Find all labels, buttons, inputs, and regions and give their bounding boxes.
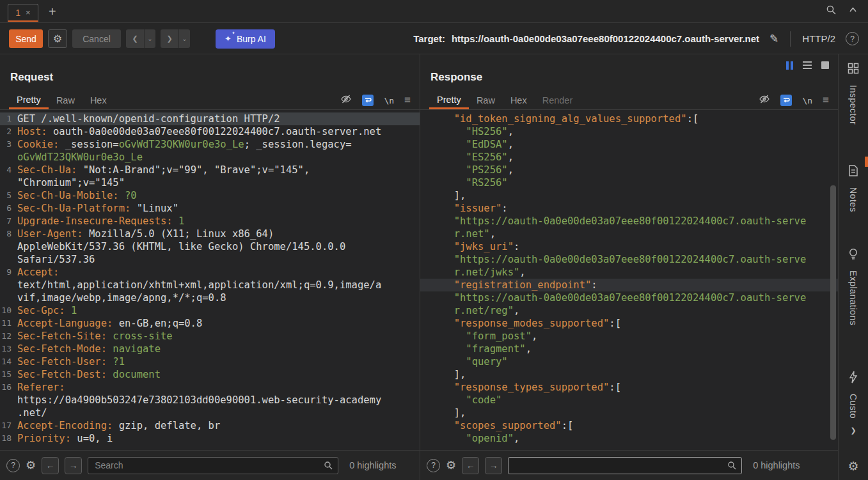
request-code-row[interactable]: text/html,application/xhtml+xml,applicat… (0, 279, 420, 291)
request-code-row[interactable]: 7Upgrade-Insecure-Requests: 1 (0, 215, 420, 228)
response-code-row[interactable]: "scopes_supported":[ (420, 419, 838, 432)
request-code-row[interactable]: 10Sec-Gpc: 1 (0, 304, 420, 317)
response-code-row[interactable]: "query" (420, 355, 838, 368)
response-code-row[interactable]: "https://oauth-0a0e00de03a07eee80f001220… (420, 291, 838, 304)
request-code-row[interactable]: 13Sec-Fetch-Mode: navigate (0, 343, 420, 355)
newline-toggle-icon[interactable]: \n (802, 96, 812, 105)
response-tab-render[interactable]: Render (535, 91, 581, 109)
repeater-tab-1[interactable]: 1 × (8, 4, 38, 22)
response-code-row[interactable]: "PS256", (420, 164, 838, 176)
response-code-row[interactable]: "EdDSA", (420, 138, 838, 151)
response-scrollbar-thumb[interactable] (830, 185, 836, 440)
previous-match-button[interactable]: ← (462, 457, 479, 474)
request-code-row[interactable]: 15Sec-Fetch-Dest: document (0, 368, 420, 381)
response-code-row[interactable]: "response_modes_supported":[ (420, 317, 838, 330)
request-code-row[interactable]: 8User-Agent: Mozilla/5.0 (X11; Linux x86… (0, 228, 420, 240)
burp-ai-button[interactable]: ✦✦ Burp AI (216, 29, 275, 49)
collapse-toolbar-icon[interactable] (848, 5, 858, 17)
request-code-row[interactable]: 16Referer: (0, 381, 420, 394)
search-settings-icon[interactable]: ⚙ (446, 458, 456, 472)
request-code-row[interactable]: 3Cookie: _session=oGvWdT23QKW0ur0e3o_Le;… (0, 138, 420, 151)
hide-nonprinting-icon[interactable] (340, 93, 352, 107)
close-tab-icon[interactable]: × (26, 8, 31, 17)
request-code-row[interactable]: .net/ (0, 406, 420, 419)
search-icon[interactable] (826, 4, 837, 18)
search-help-icon[interactable]: ? (427, 459, 440, 472)
response-code-row[interactable]: "RS256" (420, 176, 838, 189)
response-code-row[interactable]: "HS256", (420, 125, 838, 138)
new-tab-button[interactable]: + (49, 5, 56, 18)
request-tab-pretty[interactable]: Pretty (9, 91, 49, 109)
request-tab-raw[interactable]: Raw (49, 91, 83, 109)
search-settings-icon[interactable]: ⚙ (26, 458, 36, 472)
response-code-row[interactable]: ], (420, 368, 838, 381)
sidebar-item-explanations[interactable]: Explanations (839, 247, 868, 325)
edit-target-icon[interactable]: ✎ (769, 32, 778, 45)
request-editor[interactable]: 1GET /.well-known/openid-configuration H… (0, 111, 420, 450)
response-code-row[interactable]: "response_types_supported":[ (420, 381, 838, 394)
request-code-row[interactable]: 4Sec-Ch-Ua: "Not:A-Brand";v="99", "Brave… (0, 164, 420, 176)
response-code-row[interactable]: r.net/jwks", (420, 266, 838, 279)
response-editor[interactable]: "id_token_signing_alg_values_supported":… (420, 111, 838, 450)
request-code-row[interactable]: 9Accept: (0, 266, 420, 279)
next-match-button[interactable]: → (65, 457, 82, 474)
request-code-row[interactable]: 6Sec-Ch-Ua-Platform: "Linux" (0, 202, 420, 215)
request-code-row[interactable]: 11Accept-Language: en-GB,en;q=0.8 (0, 317, 420, 330)
sidebar-item-notes[interactable]: Notes (839, 164, 868, 212)
response-tab-pretty[interactable]: Pretty (429, 91, 469, 109)
response-code-row[interactable]: r.net", (420, 228, 838, 240)
response-code-row[interactable]: "openid", (420, 432, 838, 445)
response-code-row[interactable]: "fragment", (420, 343, 838, 355)
response-code-row[interactable]: "https://oauth-0a0e00de03a07eee80f001220… (420, 215, 838, 228)
response-tab-hex[interactable]: Hex (503, 91, 535, 109)
editor-menu-icon[interactable]: ≡ (404, 94, 411, 107)
rail-settings-button[interactable]: ⚙ (839, 459, 868, 474)
response-code-row[interactable]: "code" (420, 394, 838, 406)
response-code-row[interactable]: "id_token_signing_alg_values_supported":… (420, 112, 838, 125)
response-code-row[interactable]: "https://oauth-0a0e00de03a07eee80f001220… (420, 253, 838, 266)
send-settings-button[interactable]: ⚙ (48, 29, 67, 48)
request-search-input[interactable] (88, 457, 338, 474)
cancel-button[interactable]: Cancel (72, 29, 121, 48)
request-code-row[interactable]: https://0a4900b503247e73802103dd00e90001… (0, 394, 420, 406)
wrap-lines-toggle-icon[interactable] (780, 95, 792, 106)
stop-icon[interactable] (821, 61, 829, 69)
request-code-row[interactable]: 1GET /.well-known/openid-configuration H… (0, 112, 420, 125)
send-button[interactable]: Send (9, 29, 43, 48)
request-code-row[interactable]: 12Sec-Fetch-Site: cross-site (0, 330, 420, 343)
previous-match-button[interactable]: ← (42, 457, 59, 474)
response-search-input[interactable] (508, 457, 742, 474)
response-code-row[interactable]: "ES256", (420, 151, 838, 164)
request-code-row[interactable]: Safari/537.36 (0, 253, 420, 266)
search-help-icon[interactable]: ? (6, 459, 20, 472)
sidebar-item-inspector[interactable]: Inspector (839, 62, 868, 125)
sidebar-item-custom-actions[interactable]: Custo ❯ (839, 371, 868, 435)
response-code-row[interactable]: "form_post", (420, 330, 838, 343)
hide-nonprinting-icon[interactable] (759, 93, 770, 107)
request-code-row[interactable]: vif,image/webp,image/apng,*/*;q=0.8 (0, 291, 420, 304)
previous-request-dropdown[interactable]: ⌄ (145, 29, 155, 48)
request-code-row[interactable]: 14Sec-Fetch-User: ?1 (0, 355, 420, 368)
editor-menu-icon[interactable]: ≡ (823, 94, 829, 107)
response-code-row[interactable]: "issuer": (420, 202, 838, 215)
response-code-row[interactable]: "registration_endpoint": (420, 279, 838, 291)
request-code-row[interactable]: 2Host: oauth-0a0e00de03a07eee80f00122024… (0, 125, 420, 138)
newline-toggle-icon[interactable]: \n (384, 96, 394, 105)
help-icon[interactable]: ? (846, 32, 859, 45)
request-code-row[interactable]: AppleWebKit/537.36 (KHTML, like Gecko) C… (0, 240, 420, 253)
previous-request-button[interactable]: ❮ (126, 29, 145, 48)
response-code-row[interactable]: "jwks_uri": (420, 240, 838, 253)
request-code-row[interactable]: 5Sec-Ch-Ua-Mobile: ?0 (0, 189, 420, 202)
response-code-row[interactable]: r.net/reg", (420, 304, 838, 317)
request-code-row[interactable]: 18Priority: u=0, i (0, 432, 420, 445)
response-code-row[interactable]: ], (420, 189, 838, 202)
next-request-button[interactable]: ❯ (161, 29, 179, 48)
request-code-row[interactable]: oGvWdT23QKW0ur0e3o_Le (0, 151, 420, 164)
request-code-row[interactable]: "Chromium";v="145" (0, 176, 420, 189)
response-tab-raw[interactable]: Raw (469, 91, 503, 109)
stream-list-icon[interactable] (803, 59, 812, 71)
response-code-row[interactable]: ], (420, 406, 838, 419)
next-match-button[interactable]: → (485, 457, 502, 474)
request-tab-hex[interactable]: Hex (83, 91, 114, 109)
pause-updates-icon[interactable] (786, 61, 793, 70)
